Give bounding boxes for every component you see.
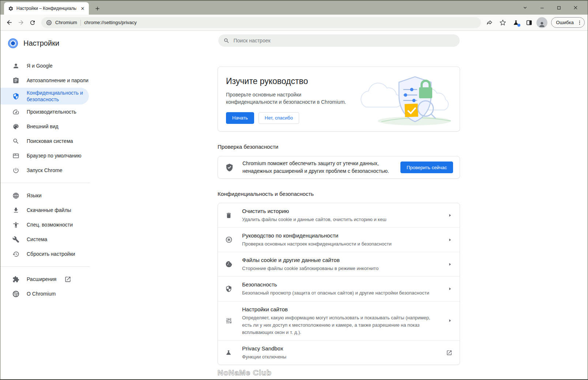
row-subtitle: Безопасный просмотр (защита от опасных с… xyxy=(242,289,437,297)
sidebar-item-you-and-google[interactable]: Я и Google xyxy=(0,58,90,73)
accessibility-icon xyxy=(12,221,19,228)
speedometer-icon xyxy=(12,109,19,115)
power-icon xyxy=(12,167,19,174)
minimize-button[interactable] xyxy=(534,1,550,14)
sidebar-item-reset[interactable]: Сбросить настройки xyxy=(0,247,90,261)
sidebar-item-default-browser[interactable]: Браузер по умолчанию xyxy=(0,148,90,163)
sidebar-item-label: Производительность xyxy=(27,109,76,115)
sidebar-item-downloads[interactable]: Скачанные файлы xyxy=(0,203,90,217)
chevron-right-icon xyxy=(448,286,452,291)
guide-card-body: Проверьте основные настройки конфиденциа… xyxy=(226,91,354,106)
safety-check-section-title: Проверка безопасности xyxy=(218,144,460,150)
close-button[interactable] xyxy=(567,1,584,14)
half-shield-icon xyxy=(225,285,233,292)
privacy-guide-promo-card: Изучите руководство Проверьте основные н… xyxy=(218,66,460,132)
row-title: Privacy Sandbox xyxy=(242,345,436,352)
bookmark-star-icon[interactable] xyxy=(497,17,509,28)
profile-avatar[interactable] xyxy=(536,17,547,28)
tab-close-icon[interactable]: ✕ xyxy=(79,5,86,12)
error-label: Ошибка xyxy=(556,20,574,25)
kebab-menu-icon xyxy=(577,20,583,26)
row-subtitle: Удалить файлы cookie и данные сайтов, оч… xyxy=(242,216,437,223)
url-separator xyxy=(80,20,81,26)
sidebar-divider xyxy=(0,183,90,183)
chevron-right-icon xyxy=(448,213,452,218)
open-in-new-icon xyxy=(64,276,71,283)
site-label: Chromium xyxy=(55,20,77,25)
search-icon xyxy=(12,138,19,145)
reload-button[interactable] xyxy=(27,17,38,28)
row-clear-browsing-data[interactable]: Очистить историю Удалить файлы cookie и … xyxy=(218,203,460,227)
safety-check-description: Chromium поможет обеспечить защиту от ут… xyxy=(242,160,392,175)
gear-icon xyxy=(8,6,14,11)
error-menu-button[interactable]: Ошибка xyxy=(551,17,585,28)
share-icon[interactable] xyxy=(484,17,495,28)
sidebar-item-accessibility[interactable]: Спец. возможности xyxy=(0,217,90,232)
row-security[interactable]: Безопасность Безопасный просмотр (защита… xyxy=(218,276,460,301)
start-guide-button[interactable]: Начать xyxy=(226,112,254,124)
sidebar-item-label: Сбросить настройки xyxy=(27,251,75,257)
row-title: Руководство по конфиденциальности xyxy=(242,232,437,239)
settings-search[interactable] xyxy=(218,34,460,47)
wrench-icon xyxy=(12,236,19,243)
sidebar-item-label: Внешний вид xyxy=(27,123,59,130)
new-tab-button[interactable] xyxy=(93,4,102,13)
forward-button[interactable] xyxy=(15,17,27,28)
sidebar-item-label: Скачанные файлы xyxy=(27,207,71,213)
extension-badge xyxy=(517,24,520,27)
sidebar-item-extensions[interactable]: Расширения xyxy=(0,272,90,286)
search-input[interactable] xyxy=(234,38,455,43)
trash-icon xyxy=(225,212,233,219)
sidebar-item-label: Поисковая система xyxy=(27,138,73,144)
sidebar-item-label: О Chromium xyxy=(27,290,56,297)
row-privacy-guide[interactable]: Руководство по конфиденциальности Провер… xyxy=(218,227,460,252)
sidebar-item-startup[interactable]: Запуск Chrome xyxy=(0,163,90,178)
row-subtitle: Функции отключены xyxy=(242,353,436,361)
sidebar-item-privacy[interactable]: Конфиденциальность и безопасность xyxy=(0,88,89,104)
globe-icon xyxy=(12,192,19,199)
no-thanks-button[interactable]: Нет, спасибо xyxy=(259,112,299,124)
sidebar-divider xyxy=(0,266,90,267)
sidebar-item-label: Конфиденциальность и безопасность xyxy=(27,90,85,103)
sidebar-item-label: Языки xyxy=(27,192,42,199)
browser-toolbar: Chromium chrome://settings/privacy Оши xyxy=(0,15,588,31)
sidebar-item-search-engine[interactable]: Поисковая система xyxy=(0,134,90,148)
sidebar-header: Настройки xyxy=(0,35,90,51)
sidebar-nav: Я и Google Автозаполнение и пароли Конфи… xyxy=(0,58,90,301)
chevron-right-icon xyxy=(448,318,452,323)
sidebar-item-label: Я и Google xyxy=(27,62,53,69)
title-bar: Настройки – Конфиденциальн ✕ xyxy=(0,0,588,15)
extension-flask-icon[interactable] xyxy=(510,17,522,28)
url-bar[interactable]: Chromium chrome://settings/privacy xyxy=(41,17,481,28)
maximize-button[interactable] xyxy=(550,1,567,14)
sidebar-item-autofill[interactable]: Автозаполнение и пароли xyxy=(0,73,90,88)
privacy-section-title: Конфиденциальность и безопасность xyxy=(218,191,460,197)
palette-icon xyxy=(12,123,19,130)
url-text: chrome://settings/privacy xyxy=(84,20,137,25)
safety-check-card: Chromium поможет обеспечить защиту от ут… xyxy=(218,156,460,179)
tab-title: Настройки – Конфиденциальн xyxy=(16,6,76,11)
settings-main: Изучите руководство Проверьте основные н… xyxy=(90,31,588,379)
sidebar-item-label: Запуск Chrome xyxy=(27,167,62,174)
row-subtitle: Определяет, какую информацию могут испол… xyxy=(242,314,437,336)
clipboard-icon xyxy=(12,77,19,84)
row-cookies[interactable]: Файлы cookie и другие данные сайтов Стор… xyxy=(218,252,460,276)
tab-search-chevron-icon[interactable] xyxy=(517,1,534,14)
side-panel-icon[interactable] xyxy=(523,17,535,28)
restore-icon xyxy=(12,251,19,258)
back-button[interactable] xyxy=(3,17,15,28)
sidebar-item-about[interactable]: О Chromium xyxy=(0,286,90,301)
sidebar-item-system[interactable]: Система xyxy=(0,232,90,247)
check-now-button[interactable]: Проверить сейчас xyxy=(400,162,453,173)
shield-icon xyxy=(12,93,19,100)
sidebar-item-performance[interactable]: Производительность xyxy=(0,104,90,119)
chromium-site-icon[interactable] xyxy=(46,20,52,26)
sidebar-item-languages[interactable]: Языки xyxy=(0,188,90,203)
sidebar-item-appearance[interactable]: Внешний вид xyxy=(0,119,90,134)
row-title: Безопасность xyxy=(242,281,437,288)
row-privacy-sandbox[interactable]: Privacy Sandbox Функции отключены xyxy=(218,340,460,365)
row-site-settings[interactable]: Настройки сайтов Определяет, какую инфор… xyxy=(218,301,460,340)
browser-tab[interactable]: Настройки – Конфиденциальн ✕ xyxy=(4,2,89,15)
window-controls xyxy=(517,1,584,15)
open-in-new-icon xyxy=(446,350,452,356)
